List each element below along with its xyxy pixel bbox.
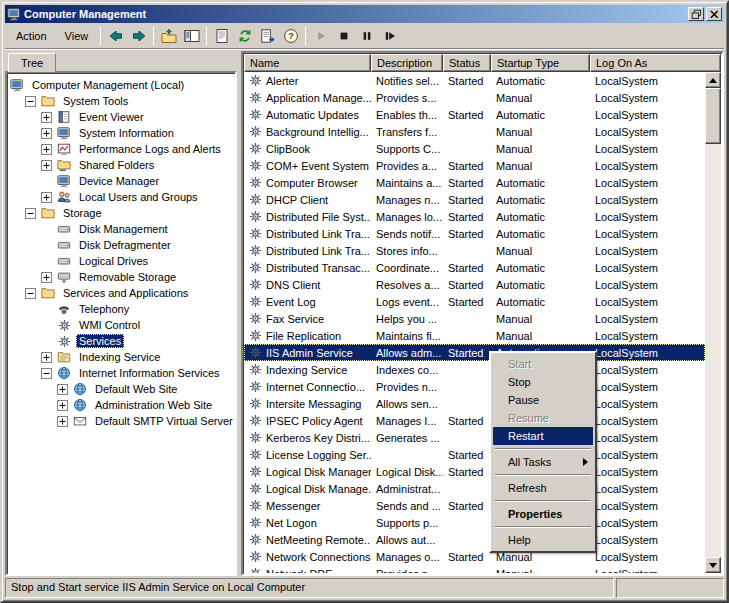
column-header-description[interactable]: Description bbox=[371, 54, 443, 72]
menu-item-stop[interactable]: Stop bbox=[493, 373, 593, 391]
export-list-button[interactable] bbox=[256, 25, 279, 47]
column-header-name[interactable]: Name bbox=[244, 54, 371, 72]
service-row-automatic-updates[interactable]: Automatic UpdatesEnables th...StartedAut… bbox=[244, 106, 705, 123]
expand-icon[interactable] bbox=[57, 384, 68, 395]
menu-item-all-tasks[interactable]: All Tasks bbox=[493, 453, 593, 471]
expand-icon[interactable] bbox=[41, 160, 52, 171]
tree-item-shared-folders[interactable]: Shared Folders bbox=[9, 157, 235, 173]
service-row-logical-disk-manage[interactable]: Logical Disk Manage...Administrat...Manu… bbox=[244, 480, 705, 497]
service-row-distributed-file-syst[interactable]: Distributed File Syst...Manages lo...Sta… bbox=[244, 208, 705, 225]
service-row-application-manage[interactable]: Application Manage...Provides s...Manual… bbox=[244, 89, 705, 106]
tree-item-telephony[interactable]: Telephony bbox=[9, 301, 235, 317]
expand-icon[interactable] bbox=[41, 112, 52, 123]
tree-item-performance-logs-and-alerts[interactable]: Performance Logs and Alerts bbox=[9, 141, 235, 157]
tree-item-services[interactable]: Services bbox=[9, 333, 235, 349]
tree-item-default-smtp-virtual-server[interactable]: Default SMTP Virtual Server bbox=[9, 413, 235, 429]
tree-item-internet-information-services[interactable]: Internet Information Services bbox=[9, 365, 235, 381]
show-hide-tree-button[interactable] bbox=[180, 25, 203, 47]
menu-item-help[interactable]: Help bbox=[493, 531, 593, 549]
tree-item-device-manager[interactable]: Device Manager bbox=[9, 173, 235, 189]
tree-item-administration-web-site[interactable]: Administration Web Site bbox=[9, 397, 235, 413]
tree-item-local-users-and-groups[interactable]: Local Users and Groups bbox=[9, 189, 235, 205]
collapse-icon[interactable] bbox=[25, 96, 36, 107]
service-name: Automatic Updates bbox=[266, 109, 359, 121]
collapse-icon[interactable] bbox=[41, 368, 52, 379]
expand-icon[interactable] bbox=[41, 192, 52, 203]
action-menu-button[interactable]: Action bbox=[7, 27, 56, 45]
service-row-indexing-service[interactable]: Indexing ServiceIndexes co...ManualLocal… bbox=[244, 361, 705, 378]
tree-item-storage[interactable]: Storage bbox=[9, 205, 235, 221]
expand-icon[interactable] bbox=[41, 352, 52, 363]
help-button[interactable]: ? bbox=[279, 25, 302, 47]
tree-item-logical-drives[interactable]: Logical Drives bbox=[9, 253, 235, 269]
collapse-icon[interactable] bbox=[25, 208, 36, 219]
up-one-level-button[interactable] bbox=[157, 25, 180, 47]
service-row-dns-client[interactable]: DNS ClientResolves a...StartedAutomaticL… bbox=[244, 276, 705, 293]
service-row-intersite-messaging[interactable]: Intersite MessagingAllows sen...Disabled… bbox=[244, 395, 705, 412]
tree-item-wmi-control[interactable]: WMI Control bbox=[9, 317, 235, 333]
view-menu-button[interactable]: View bbox=[56, 27, 98, 45]
service-row-kerberos-key-distri[interactable]: Kerberos Key Distri...Generates ...Disab… bbox=[244, 429, 705, 446]
tree-item-default-web-site[interactable]: Default Web Site bbox=[9, 381, 235, 397]
tree-item-system-tools[interactable]: System Tools bbox=[9, 93, 235, 109]
menu-item-restart[interactable]: Restart bbox=[493, 427, 593, 445]
expand-icon[interactable] bbox=[57, 416, 68, 427]
service-row-license-logging-ser[interactable]: License Logging Ser...StartedAutomaticLo… bbox=[244, 446, 705, 463]
tree-item-computer-management-local[interactable]: Computer Management (Local) bbox=[9, 77, 235, 93]
refresh-button[interactable] bbox=[233, 25, 256, 47]
service-row-internet-connectio[interactable]: Internet Connectio...Provides n...Manual… bbox=[244, 378, 705, 395]
close-button[interactable] bbox=[706, 7, 722, 21]
scroll-thumb[interactable] bbox=[705, 88, 721, 144]
expand-icon[interactable] bbox=[41, 128, 52, 139]
service-row-dhcp-client[interactable]: DHCP ClientManages n...StartedAutomaticL… bbox=[244, 191, 705, 208]
tree-item-removable-storage[interactable]: Removable Storage bbox=[9, 269, 235, 285]
service-row-network-dde[interactable]: Network DDEProvides n...ManualLocalSyste… bbox=[244, 565, 705, 573]
pause-service-button[interactable] bbox=[355, 25, 378, 47]
menu-item-refresh[interactable]: Refresh bbox=[493, 479, 593, 497]
start-service-button[interactable] bbox=[309, 25, 332, 47]
tree-item-disk-management[interactable]: Disk Management bbox=[9, 221, 235, 237]
properties-button[interactable] bbox=[210, 25, 233, 47]
service-row-ipsec-policy-agent[interactable]: IPSEC Policy AgentManages I...StartedAut… bbox=[244, 412, 705, 429]
service-row-fax-service[interactable]: Fax ServiceHelps you ...ManualLocalSyste… bbox=[244, 310, 705, 327]
service-row-logical-disk-manager[interactable]: Logical Disk ManagerLogical Disk...Start… bbox=[244, 463, 705, 480]
vertical-scrollbar[interactable] bbox=[705, 72, 721, 573]
service-row-iis-admin-service[interactable]: IIS Admin ServiceAllows adm...StartedAut… bbox=[244, 344, 705, 361]
service-row-file-replication[interactable]: File ReplicationMaintains fi...ManualLoc… bbox=[244, 327, 705, 344]
tree-item-event-viewer[interactable]: Event Viewer bbox=[9, 109, 235, 125]
service-row-network-connections[interactable]: Network ConnectionsManages o...StartedMa… bbox=[244, 548, 705, 565]
stop-service-button[interactable] bbox=[332, 25, 355, 47]
column-header-startup-type[interactable]: Startup Type bbox=[491, 54, 590, 72]
service-row-alerter[interactable]: AlerterNotifies sel...StartedAutomaticLo… bbox=[244, 72, 705, 89]
service-row-clipbook[interactable]: ClipBookSupports C...ManualLocalSystem bbox=[244, 140, 705, 157]
service-row-distributed-link-tra[interactable]: Distributed Link Tra...Sends notif...Sta… bbox=[244, 225, 705, 242]
expand-icon[interactable] bbox=[41, 272, 52, 283]
tree-tab[interactable]: Tree bbox=[8, 53, 56, 72]
back-button[interactable] bbox=[104, 25, 127, 47]
expand-icon[interactable] bbox=[57, 400, 68, 411]
restart-service-button[interactable] bbox=[378, 25, 401, 47]
service-row-distributed-link-tra[interactable]: Distributed Link Tra...Stores info...Man… bbox=[244, 242, 705, 259]
scroll-down-button[interactable] bbox=[705, 557, 721, 573]
tree-item-indexing-service[interactable]: Indexing Service bbox=[9, 349, 235, 365]
service-row-background-intellig[interactable]: Background Intellig...Transfers f...Manu… bbox=[244, 123, 705, 140]
service-row-event-log[interactable]: Event LogLogs event...StartedAutomaticLo… bbox=[244, 293, 705, 310]
service-row-netmeeting-remote[interactable]: NetMeeting Remote...Allows aut...ManualL… bbox=[244, 531, 705, 548]
forward-button[interactable] bbox=[127, 25, 150, 47]
menu-item-properties[interactable]: Properties bbox=[493, 505, 593, 523]
column-header-log-on-as[interactable]: Log On As bbox=[590, 54, 721, 72]
scroll-up-button[interactable] bbox=[705, 72, 721, 88]
service-row-com-event-system[interactable]: COM+ Event SystemProvides a...StartedMan… bbox=[244, 157, 705, 174]
column-header-status[interactable]: Status bbox=[443, 54, 491, 72]
collapse-icon[interactable] bbox=[25, 288, 36, 299]
expand-icon[interactable] bbox=[41, 144, 52, 155]
restore-button[interactable] bbox=[688, 7, 704, 21]
tree-item-services-and-applications[interactable]: Services and Applications bbox=[9, 285, 235, 301]
service-row-messenger[interactable]: MessengerSends and ...StartedAutomaticLo… bbox=[244, 497, 705, 514]
tree-item-disk-defragmenter[interactable]: Disk Defragmenter bbox=[9, 237, 235, 253]
tree-item-system-information[interactable]: System Information bbox=[9, 125, 235, 141]
menu-item-pause[interactable]: Pause bbox=[493, 391, 593, 409]
service-row-net-logon[interactable]: Net LogonSupports p...ManualLocalSystem bbox=[244, 514, 705, 531]
service-row-distributed-transac[interactable]: Distributed Transac...Coordinate...Start… bbox=[244, 259, 705, 276]
service-row-computer-browser[interactable]: Computer BrowserMaintains a...StartedAut… bbox=[244, 174, 705, 191]
